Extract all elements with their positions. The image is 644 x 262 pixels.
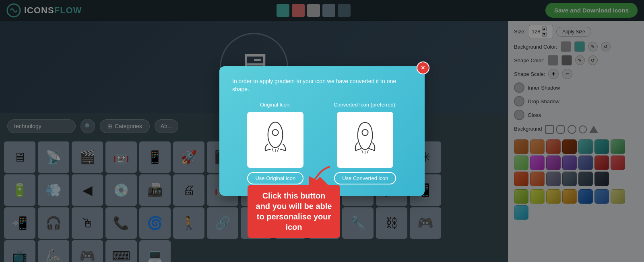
modal-title: In order to apply gradient to your icon … — [232, 78, 412, 93]
svg-point-3 — [362, 129, 368, 135]
original-icon-label: Original Icon: — [260, 102, 291, 108]
converted-icon-col: Converted Icon (preferred): Use Converte… — [334, 102, 397, 184]
svg-point-2 — [272, 129, 279, 135]
original-icon-box — [247, 112, 303, 168]
converted-icon-label: Converted Icon (preferred): — [334, 102, 397, 108]
tooltip: Click this button and you will be able t… — [248, 185, 340, 238]
use-original-btn[interactable]: Use Original Icon — [247, 172, 303, 184]
converted-icon-box — [337, 112, 393, 168]
original-icon-col: Original Icon: Use Original Icon — [247, 102, 303, 184]
use-converted-btn[interactable]: Use Converted icon — [334, 172, 396, 184]
tooltip-arrow-icon — [308, 165, 332, 187]
modal-close-button[interactable]: × — [417, 61, 429, 74]
tooltip-text: Click this button and you will be able t… — [256, 191, 332, 231]
